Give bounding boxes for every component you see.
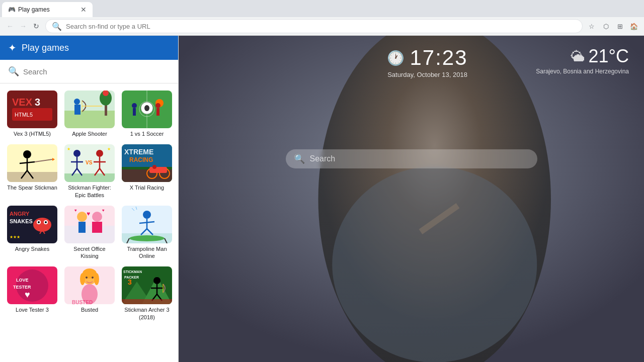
svg-point-57: [152, 165, 156, 169]
svg-rect-22: [133, 108, 136, 116]
svg-point-64: [38, 221, 40, 223]
tab-close-button[interactable]: ✕: [80, 6, 87, 14]
game-card-stickman-archer[interactable]: STICKMAN PACKER 3: [119, 263, 175, 324]
game-title-xtrial: X Trial Racing: [130, 184, 164, 191]
nav-buttons: ← → ↻: [4, 20, 42, 32]
svg-rect-12: [74, 105, 80, 115]
game-card-stickman-fighter[interactable]: VS ★ ★ Stickman Fighter: Epic Battles: [61, 141, 118, 202]
svg-point-23: [155, 103, 160, 108]
svg-text:XTREME: XTREME: [124, 148, 153, 156]
game-card-trampoline[interactable]: Trampoline Man Online: [119, 203, 175, 263]
svg-text:TESTER: TESTER: [13, 285, 31, 290]
clock-icon: 🕐: [387, 50, 405, 66]
svg-point-97: [94, 273, 99, 285]
toolbar-icons: ☆ ⬡ ⊞ 🏠: [586, 20, 640, 32]
game-thumb-love-tester: LOVE TESTER ♥: [7, 266, 57, 304]
reload-button[interactable]: ↻: [30, 20, 42, 32]
clock-widget: 🕐 17:23 Saturday, October 13, 2018: [387, 46, 467, 78]
game-title-vex3: Vex 3 (HTML5): [14, 130, 51, 137]
sidebar-header: ✦ Play games: [0, 36, 178, 60]
svg-point-11: [74, 99, 80, 105]
game-thumb-xtrial: XTREME RACING: [122, 144, 172, 182]
game-title-apple-shooter: Apple Shooter: [72, 130, 107, 137]
game-card-secret-office[interactable]: ♥ ♥ ♥ Secret Office Kissing: [61, 203, 118, 263]
svg-rect-68: [64, 226, 115, 243]
game-thumb-busted: BUSTED: [64, 266, 115, 304]
game-thumb-trampoline: [122, 206, 172, 243]
game-grid: VEX 3 HTML5 Vex 3 (HTML5): [0, 83, 178, 328]
sidebar-search-input[interactable]: [23, 67, 170, 76]
sidebar-search: 🔍: [0, 60, 178, 83]
game-title-secret-office: Secret Office Kissing: [64, 245, 115, 260]
game-card-busted[interactable]: BUSTED Busted: [61, 263, 118, 324]
svg-text:3: 3: [128, 278, 132, 286]
content-area: 🕐 17:23 Saturday, October 13, 2018 🌥 21°…: [179, 36, 644, 362]
svg-point-99: [92, 277, 94, 279]
svg-point-81: [143, 211, 151, 219]
game-card-1vs1soccer[interactable]: 1 vs 1 Soccer: [119, 87, 175, 140]
svg-point-108: [153, 277, 160, 284]
weather-icon: 🌥: [571, 48, 585, 65]
weather-location: Sarajevo, Bosnia and Herzegovina: [536, 68, 629, 75]
game-title-trampoline: Trampoline Man Online: [122, 245, 172, 260]
game-thumb-stickman-fighter: VS ★ ★: [64, 144, 115, 182]
svg-text:★: ★: [107, 147, 111, 151]
star-icon[interactable]: ☆: [586, 20, 598, 32]
game-card-apple-shooter[interactable]: Apple Shooter: [61, 87, 118, 140]
svg-point-65: [45, 221, 47, 223]
game-thumb-angry-snakes: ANGRY SNAKES ★★★: [7, 206, 57, 243]
game-title-1vs1soccer: 1 vs 1 Soccer: [130, 130, 164, 137]
game-title-stickman-archer: Stickman Archer 3 (2018): [122, 306, 172, 321]
svg-text:VEX: VEX: [12, 97, 33, 108]
sidebar-title: Play games: [22, 43, 69, 53]
svg-text:SNAKES: SNAKES: [10, 218, 33, 224]
game-card-love-tester[interactable]: LOVE TESTER ♥ Love Tester 3: [4, 263, 60, 324]
svg-text:♥: ♥: [87, 210, 90, 217]
forward-button[interactable]: →: [17, 20, 29, 32]
svg-point-71: [92, 212, 102, 222]
svg-text:HTML5: HTML5: [15, 112, 33, 118]
game-card-spear-stickman[interactable]: The Spear Stickman: [4, 141, 60, 202]
svg-point-78: [129, 235, 165, 241]
svg-text:♥: ♥: [25, 290, 30, 300]
game-title-angry-snakes: Angry Snakes: [15, 245, 49, 252]
game-thumb-stickman-archer: STICKMAN PACKER 3: [122, 266, 172, 304]
search-icon: 🔍: [52, 22, 62, 31]
browser-toolbar: ← → ↻ 🔍 ☆ ⬡ ⊞ 🏠: [0, 17, 644, 35]
active-tab[interactable]: 🎮 Play games ✕: [2, 2, 93, 17]
sidebar-panel: ✦ Play games 🔍 VEX 3 HTML5: [0, 36, 179, 362]
svg-text:BUSTED: BUSTED: [72, 300, 93, 304]
game-title-spear-stickman: The Spear Stickman: [7, 184, 57, 191]
plus-icon: ✦: [8, 42, 17, 54]
extension-icon[interactable]: ⬡: [600, 20, 612, 32]
game-card-vex3[interactable]: VEX 3 HTML5 Vex 3 (HTML5): [4, 87, 60, 140]
game-title-busted: Busted: [81, 306, 98, 313]
tab-bar: 🎮 Play games ✕: [0, 0, 644, 17]
address-bar[interactable]: 🔍: [45, 19, 583, 33]
tab-title: Play games: [18, 6, 77, 13]
window-icon[interactable]: ⊞: [614, 20, 626, 32]
svg-point-117: [332, 166, 537, 362]
svg-text:★★★: ★★★: [10, 235, 20, 239]
svg-text:♥: ♥: [74, 208, 77, 213]
back-button[interactable]: ←: [4, 20, 16, 32]
address-input[interactable]: [66, 23, 576, 30]
home-icon[interactable]: 🏠: [628, 20, 640, 32]
background-photo: 🕐 17:23 Saturday, October 13, 2018 🌥 21°…: [179, 36, 644, 362]
game-card-xtrial[interactable]: XTREME RACING X Trial Racing: [119, 141, 175, 202]
clock-time: 17:23: [410, 46, 467, 70]
svg-text:♥: ♥: [102, 208, 105, 213]
svg-rect-56: [149, 167, 167, 173]
clock-date: Saturday, October 13, 2018: [387, 71, 467, 78]
svg-text:VS: VS: [86, 160, 93, 165]
svg-point-36: [73, 150, 80, 157]
svg-rect-72: [92, 222, 102, 233]
svg-point-19: [144, 105, 149, 111]
svg-point-61: [33, 218, 51, 232]
svg-text:RACING: RACING: [129, 156, 153, 163]
svg-point-69: [77, 212, 87, 222]
main-layout: ✦ Play games 🔍 VEX 3 HTML5: [0, 36, 644, 362]
game-card-angry-snakes[interactable]: ANGRY SNAKES ★★★ Angry Snakes: [4, 203, 60, 263]
search-overlay-input[interactable]: [310, 154, 529, 163]
game-thumb-1vs1soccer: [122, 90, 172, 128]
